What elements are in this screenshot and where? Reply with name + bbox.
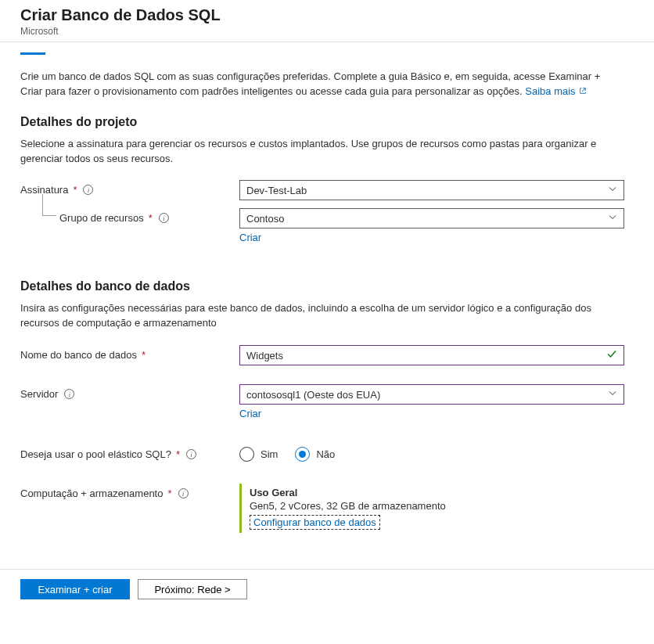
create-resource-group-link[interactable]: Criar: [239, 232, 261, 243]
external-link-icon: [579, 87, 587, 95]
radio-label: Não: [316, 448, 335, 460]
page-title: Criar Banco de Dados SQL: [20, 6, 634, 24]
check-icon: [606, 349, 617, 362]
info-icon[interactable]: i: [178, 488, 189, 498]
compute-storage-label: Computação + armazenamento * i: [20, 484, 239, 499]
subscription-value: Dev-Test-Lab: [246, 185, 307, 196]
configure-database-link[interactable]: Configurar banco de dados: [250, 515, 380, 530]
required-indicator: *: [73, 184, 77, 196]
radio-label: Sim: [261, 448, 278, 460]
db-name-input[interactable]: Widgets: [239, 345, 624, 365]
page-subtitle: Microsoft: [20, 26, 634, 37]
resource-group-value: Contoso: [246, 213, 284, 225]
radio-icon: [239, 447, 254, 462]
database-details-desc: Insira as configurações necessárias para…: [20, 301, 623, 331]
learn-more-link[interactable]: Saiba mais: [525, 85, 586, 97]
required-indicator: *: [167, 487, 171, 499]
elastic-pool-yes-radio[interactable]: Sim: [239, 447, 278, 462]
next-network-button[interactable]: Próximo: Rede >: [138, 579, 247, 599]
required-indicator: *: [176, 448, 180, 460]
subscription-select[interactable]: Dev-Test-Lab: [239, 180, 624, 200]
intro-body: Crie um banco de dados SQL com as suas c…: [20, 70, 600, 97]
info-icon[interactable]: i: [64, 389, 74, 399]
active-tab-indicator: [20, 52, 45, 55]
review-create-button[interactable]: Examinar + criar: [20, 579, 130, 599]
required-indicator: *: [149, 212, 153, 224]
intro-text: Crie um banco de dados SQL com as suas c…: [20, 70, 623, 99]
server-label: Servidor i: [20, 384, 239, 400]
server-select[interactable]: contososql1 (Oeste dos EUA): [239, 384, 624, 405]
info-icon[interactable]: i: [186, 449, 196, 459]
elastic-pool-label: Deseja usar o pool elástico SQL? * i: [20, 444, 239, 460]
db-name-value: Widgets: [246, 350, 283, 362]
compute-tier: Uso Geral: [250, 487, 624, 498]
info-icon[interactable]: i: [159, 213, 169, 223]
compute-spec: Gen5, 2 vCores, 32 GB de armazenamento: [250, 500, 624, 512]
chevron-down-icon: [608, 213, 617, 225]
elastic-pool-no-radio[interactable]: Não: [295, 447, 335, 462]
radio-icon: [295, 447, 310, 462]
database-details-heading: Detalhes do banco de dados: [20, 279, 634, 293]
hierarchy-connector: [42, 194, 56, 216]
compute-summary: Uso Geral Gen5, 2 vCores, 32 GB de armaz…: [239, 484, 624, 533]
chevron-down-icon: [608, 389, 617, 401]
project-details-desc: Selecione a assinatura para gerenciar os…: [20, 137, 623, 167]
required-indicator: *: [142, 349, 146, 361]
server-value: contososql1 (Oeste dos EUA): [246, 389, 380, 401]
db-name-label: Nome do banco de dados *: [20, 345, 239, 361]
info-icon[interactable]: i: [83, 185, 93, 195]
create-server-link[interactable]: Criar: [239, 408, 261, 419]
project-details-heading: Detalhes do projeto: [20, 115, 634, 129]
resource-group-select[interactable]: Contoso: [239, 208, 624, 228]
resource-group-label: Grupo de recursos * i: [20, 208, 239, 224]
chevron-down-icon: [608, 185, 617, 196]
subscription-label: Assinatura * i: [20, 180, 239, 196]
